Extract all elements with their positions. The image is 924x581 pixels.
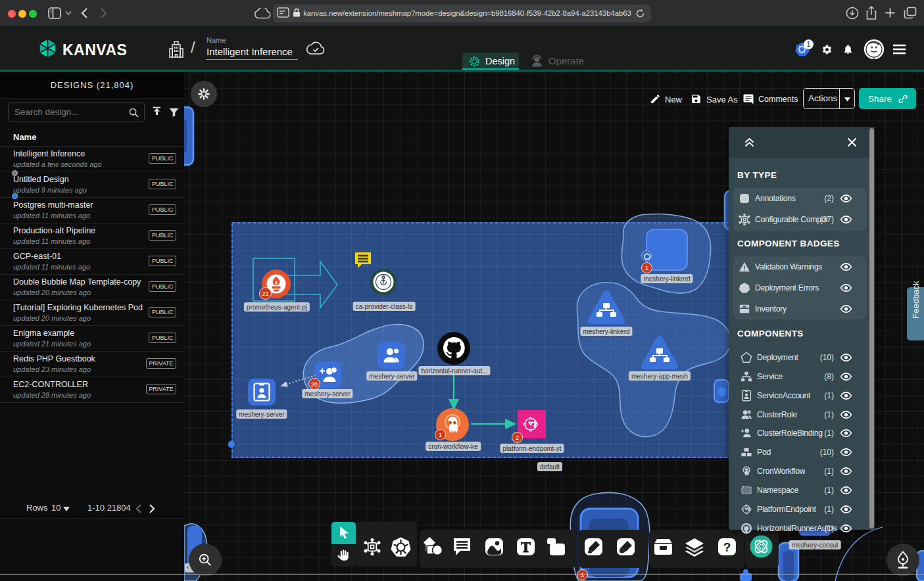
svg-text:?: ? <box>723 540 731 554</box>
